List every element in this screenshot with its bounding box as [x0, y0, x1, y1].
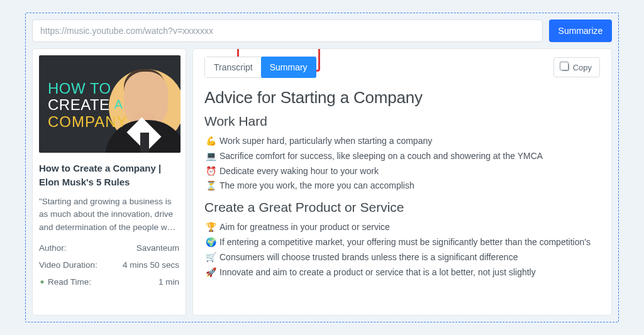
url-input[interactable] [32, 19, 543, 42]
meta-author: Author: Savanteum [39, 239, 179, 256]
section-list: 💪Work super hard, particularly when star… [204, 134, 600, 194]
list-item: 🛒Consumers will choose trusted brands un… [204, 250, 600, 265]
thumbnail-figure-tie [140, 133, 149, 153]
tab-transcript[interactable]: Transcript [205, 57, 262, 77]
duration-label: Video Duration: [39, 260, 97, 270]
emoji-icon: 🏆 [204, 220, 217, 235]
emoji-icon: 🌍 [204, 235, 217, 250]
item-text: Consumers will choose trusted brands unl… [219, 252, 518, 262]
summary-card: Transcript Summary Copy Advice for Start… [192, 48, 612, 316]
summary-title: Advice for Starting a Company [204, 88, 600, 107]
list-item: 🌍If entering a competitive market, your … [204, 235, 600, 250]
item-text: Aim for greatness in your product or ser… [219, 222, 390, 232]
tab-group: Transcript Summary [204, 57, 316, 78]
emoji-icon: ⏳ [204, 178, 217, 194]
list-item: ⏰Dedicate every waking hour to your work [204, 164, 600, 179]
app-frame: Summarize HOW TO CREATE A COMPANY H [25, 13, 619, 322]
copy-button[interactable]: Copy [553, 57, 600, 77]
readtime-label: ✦Read Time: [39, 277, 91, 287]
list-item: 🏆Aim for greatness in your product or se… [204, 220, 600, 235]
summary-toolbar: Transcript Summary Copy [204, 57, 600, 78]
item-text: Work super hard, particularly when start… [219, 136, 432, 146]
body-row: HOW TO CREATE A COMPANY How to Create a … [32, 48, 612, 316]
item-text: Innovate and aim to create a product or … [219, 267, 536, 277]
section-list: 🏆Aim for greatness in your product or se… [204, 220, 600, 280]
emoji-icon: 💪 [204, 134, 217, 149]
summarize-button[interactable]: Summarize [549, 19, 612, 42]
video-description: "Starting and growing a business is as m… [39, 195, 179, 235]
duration-value: 4 mins 50 secs [123, 260, 179, 270]
item-text: Dedicate every waking hour to your work [219, 166, 379, 176]
readtime-value: 1 min [158, 277, 179, 287]
author-label: Author: [39, 243, 67, 253]
emoji-icon: 💻 [204, 149, 217, 164]
meta-readtime: ✦Read Time: 1 min [39, 273, 179, 290]
list-item: 💻Sacrifice comfort for success, like sle… [204, 149, 600, 164]
summary-content: Advice for Starting a Company Work Hard … [204, 88, 600, 314]
thumbnail-text: HOW TO CREATE A COMPANY [48, 80, 130, 130]
item-text: If entering a competitive market, your o… [219, 237, 591, 247]
tab-summary[interactable]: Summary [261, 57, 316, 78]
emoji-icon: 🚀 [204, 265, 217, 280]
item-text: The more you work, the more you can acco… [219, 180, 414, 190]
item-text: Sacrifice comfort for success, like slee… [219, 151, 543, 161]
video-thumbnail: HOW TO CREATE A COMPANY [39, 55, 180, 153]
video-info-card: HOW TO CREATE A COMPANY How to Create a … [32, 48, 186, 316]
copy-label: Copy [573, 63, 592, 72]
section-heading: Create a Great Product or Service [204, 200, 600, 215]
sparkle-icon: ✦ [39, 278, 45, 287]
copy-icon [562, 63, 569, 71]
section-heading: Work Hard [204, 114, 600, 129]
emoji-icon: ⏰ [204, 164, 217, 179]
meta-duration: Video Duration: 4 mins 50 secs [39, 256, 179, 273]
list-item: ⏳The more you work, the more you can acc… [204, 178, 600, 194]
list-item: 🚀Innovate and aim to create a product or… [204, 265, 600, 280]
top-row: Summarize [32, 19, 612, 42]
video-title: How to Create a Company | Elon Musk's 5 … [39, 162, 179, 189]
emoji-icon: 🛒 [204, 250, 217, 265]
author-value: Savanteum [136, 243, 179, 253]
list-item: 💪Work super hard, particularly when star… [204, 134, 600, 149]
